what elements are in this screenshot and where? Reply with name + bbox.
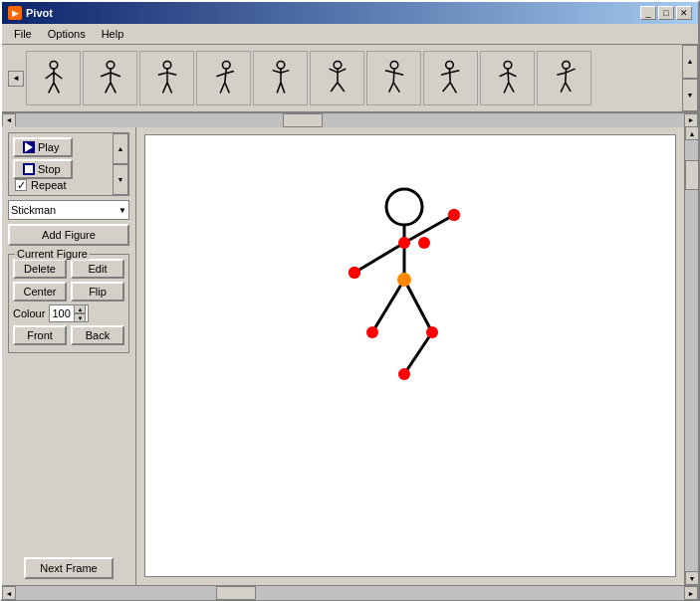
toolbar-hscroll-thumb[interactable] [283, 113, 323, 127]
svg-line-11 [111, 82, 116, 93]
toolbar-scroll-down[interactable]: ▼ [682, 79, 698, 112]
svg-point-42 [445, 61, 453, 69]
toolbar-scroll-left[interactable]: ◄ [8, 71, 24, 87]
toolbar-hscroll-track[interactable] [16, 113, 684, 127]
svg-line-49 [508, 69, 509, 83]
toolbar-figure-5[interactable] [253, 51, 308, 105]
svg-point-71 [398, 368, 410, 380]
svg-line-38 [384, 70, 393, 72]
svg-line-65 [404, 280, 432, 332]
svg-line-63 [404, 215, 454, 243]
svg-line-15 [167, 72, 176, 74]
play-triangle [25, 142, 33, 152]
svg-line-19 [224, 69, 226, 83]
colour-up-button[interactable]: ▲ [74, 304, 86, 313]
svg-line-37 [393, 69, 394, 83]
svg-point-72 [398, 237, 410, 249]
toolbar-figure-2[interactable] [83, 51, 137, 105]
figure-icon-8 [432, 60, 470, 98]
window-title: Pivot [26, 7, 53, 19]
playback-scroll-up[interactable]: ▲ [113, 133, 128, 164]
right-scroll-down[interactable]: ▼ [685, 571, 698, 585]
minimize-button[interactable]: _ [640, 6, 656, 20]
svg-point-48 [504, 61, 512, 69]
colour-down-button[interactable]: ▼ [74, 313, 86, 322]
bottom-scroll-thumb[interactable] [216, 586, 256, 600]
app-icon: ▶ [8, 6, 22, 20]
stop-button[interactable]: Stop [13, 159, 73, 179]
svg-point-6 [107, 61, 115, 69]
add-figure-button[interactable]: Add Figure [8, 224, 129, 246]
toolbar-scroll-up[interactable]: ▲ [682, 45, 698, 79]
svg-line-22 [220, 82, 225, 93]
svg-line-62 [354, 243, 404, 273]
svg-line-21 [225, 71, 233, 73]
maximize-button[interactable]: □ [658, 6, 674, 20]
svg-line-2 [45, 72, 53, 78]
svg-line-46 [442, 82, 450, 91]
toolbar-figure-4[interactable] [196, 51, 251, 105]
svg-line-52 [504, 82, 509, 93]
bottom-scroll-right[interactable]: ► [684, 586, 698, 600]
bottom-scroll-track[interactable] [16, 586, 684, 600]
toolbar-figure-10[interactable] [537, 51, 591, 105]
colour-spinner: ▲ ▼ [74, 304, 86, 322]
svg-line-45 [449, 70, 459, 72]
svg-line-8 [101, 72, 111, 76]
repeat-checkbox[interactable]: ✓ [15, 179, 27, 191]
figure-dropdown-value: Stickman [11, 204, 56, 216]
svg-line-50 [499, 72, 507, 76]
menu-file[interactable]: File [6, 26, 40, 42]
playback-controls: Play Stop ✓ Repeat [8, 132, 129, 196]
play-button[interactable]: Play [13, 137, 73, 157]
toolbar-figure-6[interactable] [310, 51, 364, 105]
svg-line-14 [157, 72, 166, 74]
edit-button[interactable]: Edit [71, 259, 124, 279]
bottom-scroll-left[interactable]: ◄ [2, 586, 16, 600]
toolbar-hscroll-left[interactable]: ◄ [2, 113, 16, 127]
sidebar: Play Stop ✓ Repeat [2, 126, 136, 585]
menu-options[interactable]: Options [40, 26, 94, 42]
toolbar-figure-3[interactable] [139, 51, 194, 105]
stickman-figure[interactable] [325, 185, 484, 404]
toolbar-figure-9[interactable] [480, 51, 535, 105]
front-button[interactable]: Front [13, 325, 67, 345]
center-flip-row: Center Flip [13, 282, 124, 301]
play-icon [23, 141, 35, 153]
figure-dropdown[interactable]: Stickman ▼ [8, 200, 129, 220]
svg-line-5 [54, 82, 59, 93]
svg-point-24 [277, 61, 285, 69]
svg-point-30 [334, 61, 342, 69]
toolbar-figure-1[interactable] [26, 51, 81, 105]
toolbar-figure-7[interactable] [366, 51, 421, 105]
right-scroll-track[interactable] [685, 140, 698, 571]
colour-input[interactable]: 100 ▲ ▼ [49, 304, 89, 322]
menu-help[interactable]: Help [94, 26, 132, 42]
playback-scroll-down[interactable]: ▼ [113, 164, 128, 195]
current-figure-group: Current Figure Delete Edit Center Flip C… [8, 254, 129, 353]
svg-point-75 [448, 209, 460, 221]
main-content: Play Stop ✓ Repeat [2, 126, 698, 585]
center-button[interactable]: Center [13, 282, 67, 301]
right-scroll-up[interactable]: ▲ [685, 126, 698, 140]
title-bar: ▶ Pivot _ □ ✕ [2, 2, 698, 24]
delete-button[interactable]: Delete [13, 259, 67, 279]
svg-point-69 [366, 326, 378, 338]
toolbar-hscroll-right[interactable]: ► [684, 113, 698, 127]
svg-line-17 [167, 82, 172, 93]
next-frame-button[interactable]: Next Frame [24, 557, 114, 579]
repeat-label: Repeat [31, 179, 66, 191]
figure-icon-6 [319, 60, 356, 98]
flip-button[interactable]: Flip [71, 282, 124, 301]
play-label: Play [38, 141, 59, 153]
repeat-row: ✓ Repeat [13, 179, 107, 191]
back-button[interactable]: Back [71, 325, 124, 345]
toolbar-figure-8[interactable] [423, 51, 478, 105]
close-button[interactable]: ✕ [676, 6, 692, 20]
next-frame-area: Next Frame [8, 557, 129, 579]
right-scroll-thumb[interactable] [685, 160, 698, 190]
delete-edit-row: Delete Edit [13, 259, 124, 279]
svg-line-55 [565, 69, 566, 83]
svg-point-60 [386, 189, 422, 225]
title-bar-left: ▶ Pivot [8, 6, 53, 20]
